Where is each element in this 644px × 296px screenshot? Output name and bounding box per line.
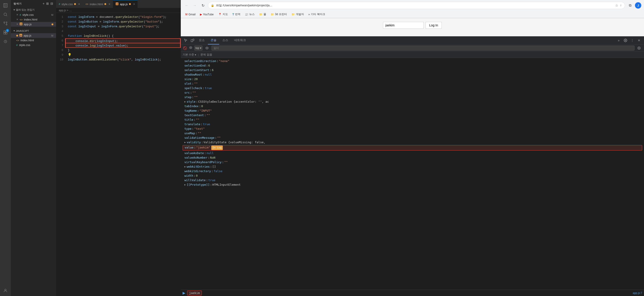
devtools-tab-network[interactable]: 네트워크 [232,36,248,44]
more-icon: » [308,13,310,16]
bookmark-folder1[interactable]: 📁 물 [257,12,268,17]
bookmark-gmail[interactable]: M Gmail [184,12,197,17]
console-context-selector[interactable]: top ▾ [194,46,202,50]
bookmark-label: 번역 [235,12,240,16]
tab-close-icon[interactable]: × [78,2,80,6]
extensions-icon[interactable]: ⧉ [627,2,633,8]
prop-textContent: textContent: "" [181,113,644,118]
tab-close-icon[interactable]: × [133,2,135,6]
console-filter-input[interactable] [212,46,634,50]
prop-webkitEntries[interactable]: ▶ webkitEntries: [] [181,164,644,169]
tab-app-js[interactable]: JS app.js × [113,0,138,8]
svg-point-19 [625,40,626,41]
new-file-icon[interactable]: + [43,2,45,5]
console-eye-icon[interactable] [204,45,210,51]
close-icon[interactable]: ✕ [16,13,18,16]
bookmark-more[interactable]: » 기타 북마크 [307,12,327,17]
remote-icon[interactable] [2,287,9,294]
bookmark-label: 3d 프린터 [275,12,287,16]
sidebar-item-app-js[interactable]: ✕ JS app.js [11,22,56,27]
forward-button[interactable]: → [192,2,198,8]
code-line-6: console.dir(logInInput); [65,38,181,43]
sidebar-item-style-css[interactable]: ✕ # style.css M [11,12,56,17]
share-icon[interactable]: ↑ [620,3,622,8]
project-app-js[interactable]: JS app.js M [11,33,56,38]
bookmark-youtube[interactable]: ▶ YouTube [198,12,215,17]
file-type-icon: # [16,44,18,46]
search-icon[interactable] [2,11,9,18]
source-control-icon[interactable] [2,20,9,27]
bookmark-maps[interactable]: 📍 지도 [216,12,230,17]
devtools-tab-elements[interactable]: 요소 [196,36,208,44]
svg-text:JS: JS [116,3,118,5]
browser-content: Log In 요소 [181,18,644,296]
bookmark-star-icon[interactable]: ☆ [615,3,619,8]
console-prompt-icon: ▶ [182,291,185,295]
reload-button[interactable]: ↻ [200,2,206,8]
prop-webkitdirectory: webkitdirectory: false [181,169,644,173]
profile-icon[interactable]: J [635,2,641,8]
bookmark-3dprinter[interactable]: 📁 3d 프린터 [269,12,289,17]
device-toggle-icon[interactable] [189,37,196,43]
close-icon[interactable]: ✕ [16,18,18,21]
login-button[interactable]: Log In [426,22,442,29]
tab-label: 요소 [199,38,205,42]
console-output[interactable]: selectionDirection: "none" selectionEnd:… [181,58,644,290]
devtools-more-icon[interactable]: » [616,37,622,43]
new-folder-icon[interactable]: ⊞ [46,2,49,5]
code-area[interactable]: 1 2 3 4 5 6 7 8 9 10 const logInForm = d… [56,13,181,296]
chevron-down-icon: ▾ [14,29,15,32]
open-editors-section[interactable]: ▾ 열려 있는 편집기 [11,7,56,12]
prop-prototype[interactable]: ▶ [[Prototype]]: HTMLInputElement [181,182,644,187]
devtools-close-icon[interactable]: ✕ [636,37,642,43]
devtools-tab-sources[interactable]: 소스 [220,36,231,44]
bookmark-translate[interactable]: T 번역 [231,12,242,17]
javascript-section[interactable]: ▾ JAVASCIPT [11,28,56,33]
bookmark-developer[interactable]: 📁 개발자 [290,12,306,17]
console-stop-icon[interactable] [188,46,193,50]
tab-index-html[interactable]: <> index.html × [83,0,113,8]
prop-validity[interactable]: ▶ validity: ValidityState {valueMissing:… [181,140,644,145]
address-bar[interactable]: 🔒 파일 /Users/kimjaehwan/jaekim/project/ja… [208,2,625,9]
back-button[interactable]: ← [184,2,190,8]
bookmark-news[interactable]: 📰 뉴스 [243,12,256,17]
devtools-tab-console[interactable]: 콘솔 [208,36,219,44]
svg-rect-18 [193,39,194,41]
project-index-html[interactable]: <> index.html [11,38,56,43]
log-level-button[interactable]: 기본 수준 ▾ [182,53,196,57]
context-label: top [196,46,199,50]
code-line-3: const logInInput = logInForm.querySelect… [68,24,181,29]
prop-tabIndex: tabIndex: 0 [181,104,644,109]
bookmark-label: 지도 [222,12,228,16]
url-text: 파일 /Users/kimjaehwan/jaekim/project/ja..… [216,3,613,7]
svg-rect-7 [4,33,6,34]
in-log-badge: In Log [211,146,223,150]
devtools-tab-bar: 요소 콘솔 소스 네트워크 » ⋮ [181,36,644,44]
tab-close-icon[interactable]: × [108,2,110,6]
svg-point-2 [4,22,5,23]
open-editors-label: 열려 있는 편집기 [16,8,34,11]
code-line-5: function logInBtnClick() { [68,34,181,38]
modified-dot [104,3,106,5]
close-icon[interactable]: ✕ [16,23,18,26]
prop-size: size: 20 [181,77,644,81]
code-content[interactable]: const logInForm = document.querySelector… [65,13,181,296]
devtools-settings-icon[interactable] [622,37,629,43]
prop-validationMessage: validationMessage: "" [181,136,644,140]
console-clear-icon[interactable]: 🚫 [182,46,187,50]
console-settings-icon[interactable] [636,45,642,51]
tab-style-css[interactable]: # style.css × [56,0,83,8]
devtools-more-dots-icon[interactable]: ⋮ [629,37,636,43]
file-type-icon: <> [20,18,22,21]
sidebar-item-index-html[interactable]: ✕ <> index.html [11,17,56,22]
collapse-icon[interactable]: ⊟ [50,2,53,5]
prop-style[interactable]: ▶ style: CSSStyleDeclaration {accentColo… [181,100,644,104]
tab-file-icon: # [59,3,60,5]
debug-icon[interactable] [2,38,9,45]
login-input[interactable] [383,22,424,29]
explorer-icon[interactable] [2,2,9,9]
project-style-css[interactable]: # style.css [11,43,56,47]
inspect-icon[interactable] [182,37,189,43]
extensions-icon[interactable] [2,29,9,36]
console-file-ref[interactable]: app.js:7 [633,292,642,295]
